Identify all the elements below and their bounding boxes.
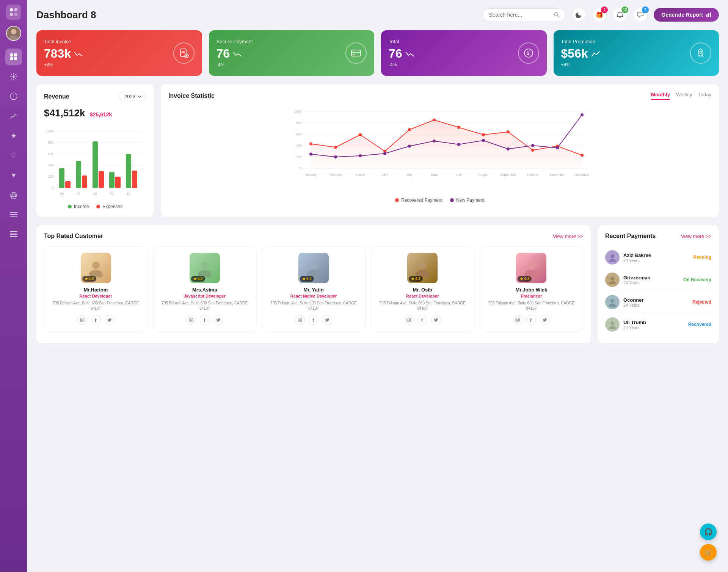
twitter-icon-0[interactable] <box>105 315 115 325</box>
fab-cart[interactable]: 🛒 <box>700 544 717 561</box>
facebook-icon-2[interactable] <box>309 315 318 325</box>
fab-support[interactable]: 🎧 <box>700 523 717 540</box>
payment-age-2: 24 Years <box>623 303 692 307</box>
sidebar: i ★ ♡ ♥ <box>0 0 27 572</box>
svg-point-132 <box>527 262 535 269</box>
svg-rect-49 <box>65 181 71 188</box>
payment-avatar-0 <box>605 250 620 265</box>
sidebar-item-analytics[interactable] <box>5 108 22 124</box>
gift-notification-button[interactable]: 🎁 2 <box>592 8 607 22</box>
generate-report-button[interactable]: Generate Report <box>654 8 719 22</box>
stat-change-promotion: +4% <box>561 62 600 67</box>
payment-name-2: Oconner <box>623 297 692 303</box>
facebook-icon-0[interactable] <box>91 315 101 325</box>
sidebar-item-dashboard[interactable] <box>5 49 22 65</box>
payment-item-1: Griezerman 24 Years On Recovery <box>605 269 711 291</box>
svg-text:400: 400 <box>48 163 53 167</box>
customer-role-3: React Developer <box>376 294 469 298</box>
tab-weekly[interactable]: Weekly <box>676 92 692 100</box>
payments-title: Recent Payments <box>605 233 656 240</box>
twitter-icon-3[interactable] <box>431 315 441 325</box>
payment-info-3: Uli Trumb 24 Years <box>623 320 688 330</box>
facebook-icon-3[interactable] <box>417 315 427 325</box>
svg-text:June: June <box>431 173 438 177</box>
customer-photo-0: ★ 4.2 <box>81 253 111 283</box>
sidebar-item-list[interactable] <box>5 226 22 243</box>
user-avatar[interactable] <box>6 26 21 41</box>
svg-text:$: $ <box>527 50 530 56</box>
svg-text:November: November <box>550 173 565 177</box>
invoice-icon <box>179 48 189 58</box>
instagram-icon-2[interactable] <box>295 315 305 325</box>
svg-point-90 <box>359 154 362 157</box>
stat-card-payment: Secure Payment 76 -4% <box>209 30 375 76</box>
sidebar-item-print[interactable] <box>5 186 22 203</box>
search-input[interactable] <box>489 12 551 18</box>
payment-info-0: Aziz Bakree 24 Years <box>623 252 693 263</box>
payment-status-3: Recovered <box>688 322 711 327</box>
sidebar-item-like[interactable]: ♥ <box>5 167 22 183</box>
theme-toggle-button[interactable] <box>572 8 586 22</box>
payment-avatar-3 <box>605 317 620 332</box>
sidebar-logo[interactable] <box>6 5 21 20</box>
svg-text:800: 800 <box>48 141 53 144</box>
twitter-icon-4[interactable] <box>540 315 550 325</box>
instagram-icon-4[interactable] <box>513 315 522 325</box>
revenue-title: Revenue <box>44 93 69 100</box>
social-links-0 <box>49 315 143 325</box>
stat-change-payment: -4% <box>217 62 253 67</box>
chat-notification-button[interactable]: 5 <box>633 8 648 22</box>
instagram-icon-3[interactable] <box>404 315 414 325</box>
stat-icon-payment <box>345 42 367 64</box>
tab-today[interactable]: Today <box>698 92 711 100</box>
revenue-card-header: Revenue 2023 <box>44 92 146 101</box>
svg-point-127 <box>419 262 426 269</box>
svg-point-96 <box>507 147 510 150</box>
customer-addr-3: 795 Folsom Ave, Suite 600 San Francisco,… <box>376 301 469 311</box>
stat-card-total: Total 76 -4% $ <box>381 30 547 76</box>
payment-info-2: Oconner 24 Years <box>623 297 692 307</box>
payment-status-2: Rejected <box>692 299 711 305</box>
svg-rect-8 <box>14 53 17 56</box>
legend-new: New Payment <box>450 197 485 203</box>
search-icon <box>554 12 559 18</box>
svg-point-84 <box>507 130 510 133</box>
tab-monthly[interactable]: Monthly <box>651 92 670 100</box>
sidebar-item-favorite[interactable]: ♡ <box>5 147 22 164</box>
instagram-icon-0[interactable] <box>77 315 87 325</box>
search-box[interactable] <box>482 8 566 21</box>
customers-view-more[interactable]: View more >> <box>553 234 583 239</box>
bell-notification-button[interactable]: 12 <box>613 8 627 22</box>
sidebar-item-info[interactable]: i <box>5 88 22 105</box>
svg-rect-24 <box>708 13 709 17</box>
stats-grid: Total invoice 783k +4% <box>36 30 719 76</box>
social-links-1 <box>158 315 251 325</box>
svg-text:800: 800 <box>296 121 301 125</box>
svg-rect-124 <box>298 318 302 322</box>
customer-card-1: ★ 4.2 Mrs.Asima Javascript Developer 795… <box>153 246 256 331</box>
svg-rect-23 <box>706 14 708 17</box>
sidebar-item-star[interactable]: ★ <box>5 127 22 144</box>
svg-point-141 <box>610 299 614 303</box>
year-selector[interactable]: 2023 <box>119 92 146 101</box>
twitter-icon-2[interactable] <box>322 315 332 325</box>
rocket-icon <box>696 48 706 58</box>
facebook-icon-1[interactable] <box>200 315 210 325</box>
sidebar-item-menu[interactable] <box>5 206 22 223</box>
customer-addr-4: 795 Folsom Ave, Suite 600 San Francisco,… <box>485 301 578 311</box>
payments-view-more[interactable]: View more >> <box>681 234 711 239</box>
facebook-icon-4[interactable] <box>526 315 536 325</box>
card-icon <box>351 49 361 57</box>
stat-label-total: Total <box>389 39 414 44</box>
sidebar-item-settings[interactable] <box>5 68 22 85</box>
svg-rect-119 <box>189 318 193 322</box>
customer-addr-1: 795 Folsom Ave, Suite 600 San Francisco,… <box>158 301 251 311</box>
instagram-icon-1[interactable] <box>186 315 196 325</box>
svg-point-126 <box>301 318 301 319</box>
svg-point-136 <box>519 318 519 319</box>
svg-point-122 <box>310 262 317 269</box>
svg-point-5 <box>11 29 16 34</box>
customer-card-3: ★ 4.2 Mr. Osib React Developer 795 Folso… <box>371 246 474 331</box>
twitter-icon-1[interactable] <box>213 315 223 325</box>
svg-text:200: 200 <box>296 155 301 159</box>
